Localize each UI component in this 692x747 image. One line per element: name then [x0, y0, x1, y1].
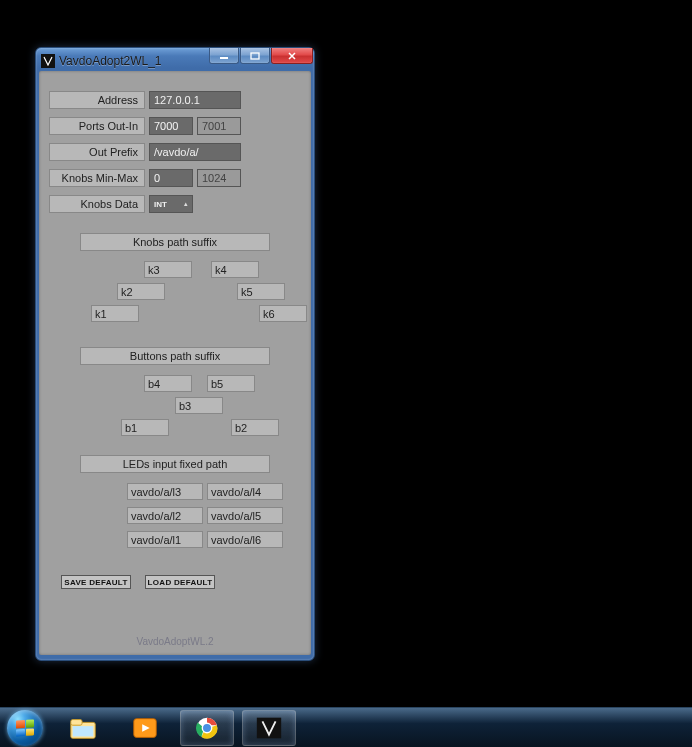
- load-default-button[interactable]: LOAD DEFAULT: [145, 575, 215, 589]
- vavdo-icon: [254, 714, 284, 742]
- ports-label: Ports Out-In: [49, 117, 145, 135]
- port-out-field[interactable]: 7000: [149, 117, 193, 135]
- taskbar-item-vavdo[interactable]: [242, 710, 296, 746]
- address-field[interactable]: 127.0.0.1: [149, 91, 241, 109]
- port-in-field[interactable]: 7001: [197, 117, 241, 135]
- minimize-button[interactable]: [209, 48, 239, 64]
- taskbar-item-media-player[interactable]: [118, 710, 172, 746]
- button-b1[interactable]: b1: [121, 419, 169, 436]
- window-title: VavdoAdopt2WL_1: [59, 54, 162, 68]
- save-default-button[interactable]: SAVE DEFAULT: [61, 575, 131, 589]
- action-buttons: SAVE DEFAULT LOAD DEFAULT: [61, 575, 301, 589]
- svg-point-8: [202, 723, 211, 732]
- knobs-section-header: Knobs path suffix: [80, 233, 270, 251]
- svg-rect-4: [73, 726, 94, 736]
- outprefix-label: Out Prefix: [49, 143, 145, 161]
- app-icon: [41, 54, 55, 68]
- knob-k4[interactable]: k4: [211, 261, 259, 278]
- knob-k6[interactable]: k6: [259, 305, 307, 322]
- led-l4[interactable]: vavdo/a/l4: [207, 483, 283, 500]
- app-window: VavdoAdopt2WL_1 Address 127.0.0.1 Ports …: [35, 47, 315, 661]
- window-controls: [208, 48, 313, 64]
- svg-rect-3: [71, 719, 82, 725]
- led-l6[interactable]: vavdo/a/l6: [207, 531, 283, 548]
- led-l5[interactable]: vavdo/a/l5: [207, 507, 283, 524]
- client-area: Address 127.0.0.1 Ports Out-In 7000 7001…: [39, 71, 311, 655]
- knob-k1[interactable]: k1: [91, 305, 139, 322]
- close-button[interactable]: [271, 48, 313, 64]
- knob-k2[interactable]: k2: [117, 283, 165, 300]
- button-b3[interactable]: b3: [175, 397, 223, 414]
- knobs-data-value: INT: [154, 200, 167, 209]
- footer-text: VavdoAdoptWL.2: [39, 636, 311, 647]
- knobs-min-field[interactable]: 0: [149, 169, 193, 187]
- knobs-minmax-label: Knobs Min-Max: [49, 169, 145, 187]
- taskbar: [0, 707, 692, 747]
- buttons-section-header: Buttons path suffix: [80, 347, 270, 365]
- buttons-area: b4 b5 b3 b1 b2: [49, 375, 301, 437]
- address-label: Address: [49, 91, 145, 109]
- outprefix-field[interactable]: /vavdo/a/: [149, 143, 241, 161]
- svg-rect-0: [220, 57, 228, 59]
- leds-section-header: LEDs input fixed path: [80, 455, 270, 473]
- knobs-max-field[interactable]: 1024: [197, 169, 241, 187]
- knobs-data-dropdown[interactable]: INT: [149, 195, 193, 213]
- maximize-button[interactable]: [240, 48, 270, 64]
- explorer-icon: [68, 714, 98, 742]
- led-l3[interactable]: vavdo/a/l3: [127, 483, 203, 500]
- titlebar[interactable]: VavdoAdopt2WL_1: [39, 51, 311, 71]
- led-l2[interactable]: vavdo/a/l2: [127, 507, 203, 524]
- knob-k5[interactable]: k5: [237, 283, 285, 300]
- media-player-icon: [130, 714, 160, 742]
- chrome-icon: [192, 714, 222, 742]
- start-button[interactable]: [2, 708, 48, 748]
- leds-area: vavdo/a/l3 vavdo/a/l4 vavdo/a/l2 vavdo/a…: [49, 483, 301, 553]
- led-l1[interactable]: vavdo/a/l1: [127, 531, 203, 548]
- taskbar-item-chrome[interactable]: [180, 710, 234, 746]
- knobs-data-label: Knobs Data: [49, 195, 145, 213]
- svg-rect-1: [251, 53, 259, 59]
- knobs-area: k3 k4 k2 k5 k1 k6: [49, 261, 301, 329]
- taskbar-item-explorer[interactable]: [56, 710, 110, 746]
- button-b4[interactable]: b4: [144, 375, 192, 392]
- button-b5[interactable]: b5: [207, 375, 255, 392]
- button-b2[interactable]: b2: [231, 419, 279, 436]
- knob-k3[interactable]: k3: [144, 261, 192, 278]
